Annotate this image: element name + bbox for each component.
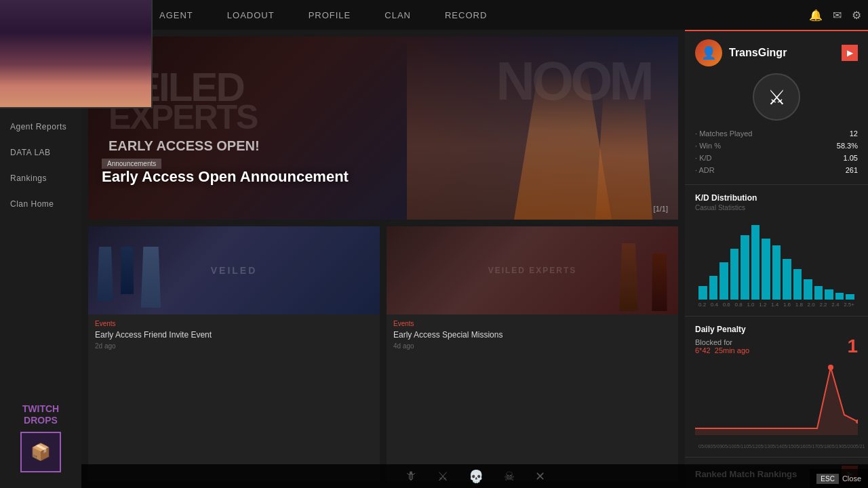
notification-icon[interactable]: 🔔: [809, 9, 823, 22]
news-card-1-text: VEILED: [211, 265, 258, 276]
hero-title: Early Access Open Announcement: [102, 168, 349, 186]
hero-counter: [1/1]: [654, 205, 668, 213]
stat-value-kd: 1.05: [844, 154, 858, 162]
center-content: NOOM VEILED EXPERTS EARLY ACCESS OPEN! A…: [81, 30, 685, 488]
profile-avatar: 👤: [695, 39, 722, 66]
news-card-2-body: Events Early Access Special Missions 4d …: [387, 314, 678, 355]
nav-record[interactable]: RECORD: [441, 10, 490, 20]
profile-forward-button[interactable]: ▶: [842, 45, 858, 61]
right-panels: 👤 TransGingr ▶ ⚔ · Matches Played 12 · W…: [685, 30, 868, 488]
news-card-2-tag: Events: [393, 320, 671, 327]
news-cards: VEILED Events Early Access Friend Invite…: [88, 226, 678, 481]
hero-announcements-tag: Announcements: [102, 159, 161, 169]
kd-label-1: 0.4: [711, 302, 718, 308]
bottom-icon-2[interactable]: ⚔: [437, 469, 448, 484]
kd-bar-6: [762, 239, 770, 300]
kd-bar-4: [741, 235, 749, 300]
kd-bar-1: [709, 276, 718, 300]
penalty-label-11: 05/19: [829, 444, 842, 449]
kd-label-10: 2.2: [819, 302, 827, 308]
sidebar-item-clan-home[interactable]: Clan Home: [0, 191, 81, 217]
profile-username: TransGingr: [729, 47, 787, 59]
kd-label-12: 2.5+: [844, 302, 854, 308]
hero-banner[interactable]: NOOM VEILED EXPERTS EARLY ACCESS OPEN! A…: [88, 37, 678, 220]
nav-agent[interactable]: AGENT: [156, 10, 197, 20]
news-card-1-date: 2d ago: [95, 342, 373, 350]
twitch-label: TWITCH DROPS: [10, 403, 71, 426]
kd-bar-8: [783, 259, 791, 300]
nav-profile[interactable]: PROFILE: [305, 10, 355, 20]
kd-bar-5: [751, 225, 760, 300]
penalty-label-5: 05/13: [758, 444, 770, 449]
kd-bar-7: [772, 245, 781, 300]
penalty-label-6: 05/14: [770, 444, 782, 449]
hero-early-access-text: EARLY ACCESS OPEN!: [108, 138, 260, 154]
bottom-icon-4[interactable]: ☠: [504, 469, 515, 484]
kd-bar-2: [719, 262, 728, 300]
stat-label-adr: · ADR: [695, 166, 715, 174]
nav-loadout[interactable]: LOADOUT: [224, 10, 278, 20]
news-card-1-tag: Events: [95, 320, 373, 327]
nav-right-icons: 🔔 ✉ ⚙: [809, 9, 861, 22]
penalty-label-8: 05/16: [793, 444, 806, 449]
sidebar-item-rankings[interactable]: Rankings: [0, 165, 81, 191]
penalty-blocked-info: Blocked for 6*42 25min ago: [695, 338, 749, 354]
penalty-label-3: 05/11: [734, 444, 747, 449]
bottom-icon-5[interactable]: ✕: [535, 469, 545, 484]
svg-marker-2: [695, 367, 858, 435]
stat-row-adr: · ADR 261: [695, 164, 858, 176]
penalty-panel: Daily Penalty Blocked for 6*42 25min ago…: [685, 317, 868, 458]
news-card-1-title: Early Access Friend Invite Event: [95, 330, 373, 340]
sidebar-item-agent-reports[interactable]: Agent Reports: [0, 114, 81, 140]
profile-panel: 👤 TransGingr ▶ ⚔ · Matches Played 12 · W…: [685, 30, 868, 185]
bottom-icon-1[interactable]: 🗡: [405, 469, 417, 483]
kd-label-7: 1.6: [783, 302, 791, 308]
penalty-label-4: 05/12: [746, 444, 758, 449]
kd-bar-9: [793, 269, 802, 300]
kd-panel-subtitle: Casual Statistics: [695, 204, 858, 211]
penalty-blocked-code: 6*42 25min ago: [695, 346, 749, 354]
news-card-2-image: VEILED EXPERTS: [387, 226, 678, 314]
news-card-2-bg: VEILED EXPERTS: [387, 226, 678, 314]
stat-label-matches: · Matches Played: [695, 129, 752, 138]
kd-label-2: 0.6: [723, 302, 730, 308]
kd-label-3: 0.8: [735, 302, 743, 308]
penalty-blocked-label: Blocked for: [695, 338, 749, 346]
kd-panel: K/D Distribution Casual Statistics 0.20.…: [685, 185, 868, 317]
twitch-drops-box[interactable]: 📦: [20, 432, 61, 472]
nav-clan[interactable]: CLAN: [381, 10, 414, 20]
news-card-2-date: 4d ago: [393, 342, 671, 350]
kd-label-6: 1.4: [771, 302, 778, 308]
kd-bar-13: [835, 293, 844, 300]
kd-bar-0: [698, 286, 707, 300]
stat-row-matches: · Matches Played 12: [695, 127, 858, 140]
penalty-title: Daily Penalty: [695, 325, 858, 334]
stat-label-kd: · K/D: [695, 154, 711, 162]
bottom-icon-3[interactable]: 💀: [469, 469, 484, 484]
stat-row-win: · Win % 58.3%: [695, 140, 858, 152]
penalty-label-9: 05/17: [806, 444, 818, 449]
kd-bar-14: [846, 294, 854, 300]
mail-icon[interactable]: ✉: [833, 9, 842, 22]
esc-action-label: Close: [842, 474, 861, 483]
kd-chart: [695, 218, 858, 300]
esc-key[interactable]: ESC: [816, 474, 839, 484]
kd-label-8: 1.8: [795, 302, 803, 308]
news-card-1[interactable]: VEILED Events Early Access Friend Invite…: [88, 226, 380, 481]
sidebar-item-data-lab[interactable]: DATA LAB: [0, 140, 81, 165]
nav-items: AGENT LOADOUT PROFILE CLAN RECORD: [156, 10, 490, 20]
kd-panel-title: K/D Distribution: [695, 193, 858, 203]
penalty-label-10: 05/18: [817, 444, 829, 449]
penalty-label-2: 05/10: [722, 444, 734, 449]
settings-icon[interactable]: ⚙: [852, 9, 861, 22]
webcam-overlay: [0, 0, 153, 108]
penalty-label-13: 05/21: [853, 444, 865, 449]
content-area: NOOM VEILED EXPERTS EARLY ACCESS OPEN! A…: [81, 30, 868, 488]
penalty-label-7: 05/15: [782, 444, 794, 449]
news-card-1-body: Events Early Access Friend Invite Event …: [88, 314, 380, 355]
twitch-drops-section: TWITCH DROPS 📦: [0, 393, 81, 488]
penalty-label-12: 05/20: [841, 444, 853, 449]
kd-bar-10: [804, 279, 812, 300]
news-card-2[interactable]: VEILED EXPERTS Events Early Access Speci…: [387, 226, 678, 481]
kd-chart-labels: 0.20.40.60.81.01.21.41.61.82.02.22.42.5+: [695, 300, 858, 308]
